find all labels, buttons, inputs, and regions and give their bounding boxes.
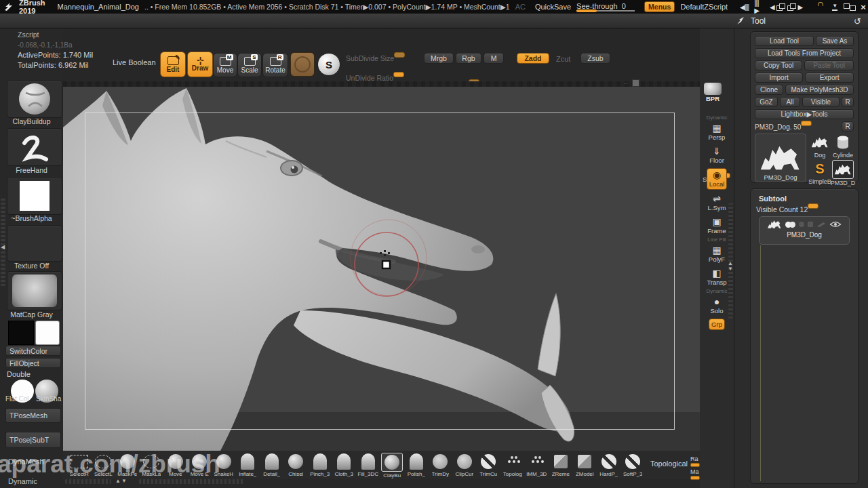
canvas-strip-handle[interactable] bbox=[632, 79, 639, 87]
edit-mode-button[interactable]: ✎ Edit bbox=[160, 52, 186, 77]
main-color-swatch[interactable] bbox=[8, 321, 34, 345]
ma-slider[interactable] bbox=[690, 476, 700, 480]
load-tools-from-project-button[interactable]: Load Tools From Project bbox=[755, 48, 854, 58]
right-shelf-button[interactable]: ◧ Transp bbox=[705, 267, 728, 287]
stroke-type-thumbnail[interactable] bbox=[7, 128, 62, 166]
make-polymesh3d-button[interactable]: Make PolyMesh3D bbox=[785, 85, 854, 95]
brush-tray-item[interactable]: Inflate_ bbox=[236, 453, 260, 479]
tray-scroll-arrows[interactable]: ▲▼ bbox=[115, 478, 127, 484]
texture-thumbnail[interactable] bbox=[7, 225, 62, 262]
brush-tray-item[interactable]: Fill_3DC bbox=[356, 453, 380, 479]
brush-tray-item[interactable]: ZReme bbox=[549, 453, 573, 479]
palette-reset-icon[interactable]: ↺ bbox=[854, 16, 861, 26]
right-shelf-button[interactable]: Dynamic bbox=[706, 115, 727, 121]
visibility-eye-icon[interactable] bbox=[829, 221, 842, 228]
shrink-tray-left-icon[interactable]: ◀|||| bbox=[740, 3, 749, 11]
tray-scroll-strip-right[interactable] bbox=[139, 479, 244, 484]
move-mode-button[interactable]: M Move bbox=[213, 53, 237, 77]
live-boolean-button[interactable]: Live Boolean bbox=[113, 58, 156, 66]
right-shelf-button[interactable]: Grp bbox=[709, 319, 725, 330]
polypaint-button[interactable] bbox=[290, 52, 315, 77]
paste-tool-button[interactable]: Paste Tool bbox=[804, 60, 854, 70]
draw-mode-button[interactable]: -¦- Draw bbox=[187, 52, 213, 77]
clone-button[interactable]: Clone bbox=[755, 85, 783, 95]
quicksave-button[interactable]: QuickSave bbox=[535, 3, 571, 11]
zadd-button[interactable]: Zadd bbox=[517, 53, 549, 64]
brush-tray-item[interactable]: HardP_ bbox=[597, 453, 621, 479]
polypaint-brush-icon[interactable] bbox=[816, 222, 826, 227]
minimize-button[interactable]: ▼ bbox=[832, 3, 837, 11]
default-zscript-button[interactable]: DefaultZScript bbox=[680, 3, 728, 11]
see-through-slider[interactable]: See-through0 bbox=[576, 3, 635, 12]
sculptris-pro-button[interactable]: S bbox=[317, 53, 340, 76]
active-tool-thumbnail[interactable]: PM3D_Dog bbox=[755, 134, 806, 182]
brush-tray-item[interactable]: Cloth_3 bbox=[332, 453, 357, 479]
slider-handle[interactable] bbox=[393, 72, 404, 77]
topological-label[interactable]: Topological bbox=[650, 460, 688, 468]
boolean-mode-icon[interactable] bbox=[785, 222, 795, 228]
brush-tray-item[interactable]: SoftP_3 bbox=[621, 453, 646, 479]
switch-color-button[interactable]: SwitchColor bbox=[5, 346, 61, 356]
brush-tray-item[interactable]: Detail_ bbox=[260, 453, 284, 479]
left-scroll-strip[interactable] bbox=[1, 198, 5, 286]
recent-tool-simplebrush[interactable]: S SimpleB bbox=[809, 160, 831, 186]
m-button[interactable]: M bbox=[484, 53, 504, 64]
goz-all-button[interactable]: All bbox=[780, 97, 800, 107]
brush-tray-item[interactable]: Pinch_3 bbox=[308, 453, 332, 479]
right-shelf-button[interactable]: ● Solo bbox=[708, 296, 725, 316]
goz-visible-button[interactable]: Visible bbox=[802, 97, 840, 107]
scale-mode-button[interactable]: S Scale bbox=[237, 53, 262, 77]
difference-mode-icon[interactable] bbox=[799, 222, 804, 227]
brush-tray-item[interactable]: ClayBu bbox=[380, 453, 405, 479]
tray-scroll-strip-left[interactable] bbox=[65, 479, 111, 484]
secondary-color-swatch[interactable] bbox=[35, 321, 60, 345]
slider-handle[interactable] bbox=[808, 203, 818, 209]
right-shelf-arrows[interactable]: ▲▼ bbox=[728, 261, 734, 272]
alpha-thumbnail[interactable] bbox=[7, 177, 62, 215]
expand-tray-right-icon[interactable]: ||||▶ bbox=[754, 0, 759, 14]
next-doc-icon[interactable]: ▶ bbox=[798, 3, 803, 11]
subtool-header[interactable]: Subtool bbox=[759, 195, 854, 203]
menus-toggle-button[interactable]: Menus bbox=[644, 1, 675, 12]
right-shelf-button[interactable]: ⇓ Floor bbox=[707, 145, 726, 165]
bpr-button[interactable]: BPR bbox=[704, 83, 722, 102]
right-shelf-button[interactable]: Line Fill bbox=[707, 237, 726, 243]
active-tool-slider[interactable]: PM3D_Dog. 50 bbox=[755, 123, 840, 131]
prev-doc-icon[interactable]: ◀ bbox=[770, 3, 774, 11]
brush-tray-item[interactable]: TrimCu bbox=[477, 453, 501, 479]
import-button[interactable]: Import bbox=[755, 73, 803, 83]
canvas-top-scrollbar[interactable] bbox=[63, 81, 700, 87]
tpose-mesh-button[interactable]: TPoseMesh bbox=[5, 408, 61, 423]
lightbox-tools-button[interactable]: Lightbox▶Tools bbox=[755, 109, 854, 119]
brush-tray-item[interactable]: ClipCur bbox=[452, 453, 477, 479]
brush-tray-item[interactable]: IMM_3D bbox=[525, 453, 549, 479]
right-shelf-button[interactable]: ▦ PolyF bbox=[707, 244, 727, 264]
subtool-list-item[interactable]: PM3D_Dog bbox=[759, 216, 850, 245]
brush-tray-item[interactable]: Topolog bbox=[500, 453, 525, 479]
export-button[interactable]: Export bbox=[805, 73, 854, 83]
right-shelf-button[interactable]: Dynamic bbox=[706, 288, 727, 294]
intersect-mode-icon[interactable] bbox=[808, 222, 813, 227]
brush-tray-item[interactable]: ZModel bbox=[573, 453, 597, 479]
sculpt-viewport[interactable] bbox=[63, 87, 700, 451]
slider-handle[interactable] bbox=[394, 52, 405, 58]
left-tray-arrows[interactable]: ◀ bbox=[1, 244, 5, 250]
material-thumbnail[interactable] bbox=[7, 271, 62, 310]
current-brush-thumbnail[interactable] bbox=[7, 80, 62, 118]
rotate-mode-button[interactable]: R Rotate bbox=[262, 53, 288, 77]
fill-object-button[interactable]: FillObject bbox=[5, 358, 61, 368]
visible-count-slider[interactable]: Visible Count 12 bbox=[756, 205, 852, 214]
load-tool-button[interactable]: Load Tool bbox=[755, 36, 814, 46]
brush-tray-item[interactable]: Chisel bbox=[284, 453, 309, 479]
mrgb-button[interactable]: Mrgb bbox=[424, 53, 454, 64]
brush-tray-item[interactable]: TrimDy bbox=[429, 453, 453, 479]
tpose-subtool-button[interactable]: TPose|SubT bbox=[5, 432, 61, 448]
right-shelf-button[interactable]: ▦ Persp bbox=[707, 122, 728, 142]
right-shelf-button[interactable]: ▣ Frame bbox=[705, 216, 728, 236]
rgb-button[interactable]: Rgb bbox=[456, 53, 481, 64]
window-stack-left-icon[interactable] bbox=[776, 3, 785, 11]
recent-tool-pm3d-dog[interactable]: PM3D_D bbox=[832, 160, 854, 186]
copy-tool-button[interactable]: Copy Tool bbox=[755, 60, 802, 70]
ra-slider[interactable]: Ra Ma bbox=[690, 454, 700, 480]
brush-tray-item[interactable]: Polish_ bbox=[404, 453, 429, 479]
